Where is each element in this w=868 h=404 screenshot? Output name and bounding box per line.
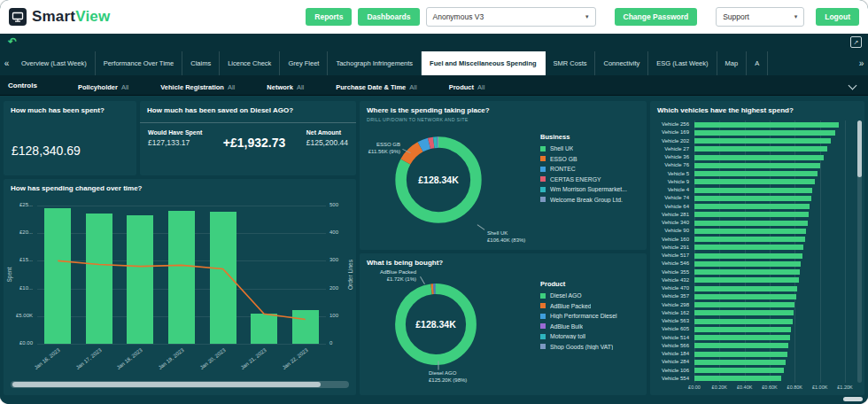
y-axis-tick: £0.00 — [4, 340, 33, 346]
donut-slice-diesel-ago[interactable] — [400, 289, 471, 360]
spend-bar-vehicle-605[interactable] — [694, 327, 791, 332]
tab-claims[interactable]: Claims — [182, 51, 220, 75]
y2-axis-tick: 500 — [329, 202, 353, 207]
x-axis-tick: £0.40K — [737, 385, 752, 390]
dashboard-select[interactable]: Anonymous V3 ▾ — [426, 7, 596, 27]
dashboard-h-scrollbar[interactable] — [843, 397, 863, 401]
legend-item-shell-uk[interactable]: Shell UK — [540, 145, 641, 152]
spend-bar-vehicle-566[interactable] — [694, 343, 788, 348]
spend-bar-vehicle-90[interactable] — [694, 229, 806, 234]
filter-purchase-date-time[interactable]: Purchase Date & TimeAll — [336, 77, 416, 93]
spend-bar-vehicle-162[interactable] — [694, 310, 794, 315]
vehicle-row: Vehicle 4 — [650, 186, 854, 194]
y-axis-tick: £10... — [4, 285, 33, 291]
net-amount-value: £125,200.44 — [306, 138, 348, 147]
tab-a[interactable]: A — [747, 51, 768, 75]
spend-bar-vehicle-169[interactable] — [694, 130, 835, 136]
spend-bar-vehicle-357[interactable] — [694, 294, 796, 299]
vehicle-label: Vehicle 298 — [650, 301, 689, 309]
spend-bar-vehicle-355[interactable] — [694, 269, 800, 275]
scrollbar-thumb[interactable] — [857, 120, 862, 177]
monitor-logo-icon — [9, 8, 27, 26]
spend-bar-vehicle-202[interactable] — [694, 138, 831, 144]
spend-bar-vehicle-256[interactable] — [694, 122, 839, 128]
expand-icon[interactable]: ↗ — [850, 36, 862, 48]
tab-grey-fleet[interactable]: Grey Fleet — [280, 51, 328, 75]
spend-bar-vehicle-563[interactable] — [694, 319, 793, 324]
legend-item-adblue-packed[interactable]: AdBlue Packed — [540, 303, 641, 309]
legend-item-diesel-ago[interactable]: Diesel AGO — [540, 292, 641, 299]
tabs-scroll-right-icon[interactable]: » — [855, 51, 868, 75]
legend-item-shop-goods-high-vat[interactable]: Shop Goods (high VAT) — [540, 344, 641, 350]
filter-network[interactable]: NetworkAll — [267, 77, 304, 93]
spend-bar-vehicle-27[interactable] — [694, 146, 827, 152]
spend-bar-vehicle-517[interactable] — [694, 253, 802, 259]
logout-button[interactable]: Logout — [816, 8, 859, 26]
spend-bar-vehicle-432[interactable] — [694, 277, 799, 283]
filter-vehicle-registration[interactable]: Vehicle RegistrationAll — [160, 77, 235, 93]
legend-item-esso-gb[interactable]: ESSO GB — [540, 156, 641, 162]
vehicle-row: Vehicle 605 — [650, 325, 854, 333]
filter-product[interactable]: ProductAll — [449, 77, 485, 93]
reports-button[interactable]: Reports — [306, 8, 352, 26]
legend-label: Welcome Break Group Ltd. — [550, 197, 623, 203]
dashboards-button[interactable]: Dashboards — [358, 8, 419, 26]
tab-esg-last-week[interactable]: ESG (Last Week) — [648, 51, 717, 75]
business-donut-chart[interactable] — [391, 133, 485, 227]
spend-bar-vehicle-64[interactable] — [694, 204, 810, 209]
tab-smr-costs[interactable]: SMR Costs — [546, 51, 596, 75]
spend-bar-vehicle-106[interactable] — [694, 368, 784, 373]
spend-bar-vehicle-281[interactable] — [694, 212, 809, 217]
vehicle-row: Vehicle 546 — [650, 260, 854, 268]
spend-bar-vehicle-554[interactable] — [694, 376, 781, 381]
legend-item-wm-morrison-supermarket[interactable]: Wm Morrison Supermarket... — [540, 186, 641, 192]
vehicle-label: Vehicle 9 — [650, 178, 689, 186]
legend-item-rontec[interactable]: RONTEC — [540, 166, 641, 172]
vehicle-rows[interactable]: Vehicle 256Vehicle 169Vehicle 202Vehicle… — [650, 120, 864, 383]
tab-fuel-and-miscellaneous-spending[interactable]: Fuel and Miscellaneous Spending — [422, 51, 545, 75]
tab-licence-check[interactable]: Licence Check — [220, 51, 280, 75]
legend-item-adblue-bulk[interactable]: AdBlue Bulk — [540, 323, 641, 330]
product-donut-chart[interactable] — [391, 280, 480, 369]
spend-bar-vehicle-546[interactable] — [694, 261, 801, 267]
change-password-button[interactable]: Change Password — [615, 8, 698, 26]
tabs-scroll-left-icon[interactable]: « — [0, 51, 13, 75]
legend-item-motorway-toll[interactable]: Motorway toll — [540, 333, 641, 339]
spend-bar-vehicle-470[interactable] — [694, 286, 797, 291]
vehicle-row: Vehicle 160 — [650, 236, 854, 244]
smartview-app: SmartView Reports Dashboards Anonymous V… — [0, 0, 868, 404]
tab-overview-last-week[interactable]: Overview (Last Week) — [13, 51, 96, 75]
vehicle-label: Vehicle 546 — [650, 260, 689, 268]
legend-item-welcome-break-group-ltd[interactable]: Welcome Break Group Ltd. — [540, 197, 641, 203]
spend-bar-vehicle-36[interactable] — [694, 155, 824, 160]
spend-bar-vehicle-184[interactable] — [694, 352, 787, 357]
tab-tachograph-infringements[interactable]: Tachograph Infringements — [328, 51, 422, 75]
spend-bar-vehicle-340[interactable] — [694, 221, 808, 226]
legend-item-high-performance-diesel[interactable]: High Performance Diesel — [540, 313, 641, 319]
products-panel: What is being bought? £128.34K AdBlue Pa… — [360, 253, 647, 395]
tab-map[interactable]: Map — [717, 51, 748, 75]
time-chart-scrollbar[interactable] — [11, 381, 349, 388]
undo-icon[interactable]: ↶ — [8, 35, 17, 48]
spend-bar-vehicle-298[interactable] — [694, 302, 794, 307]
time-chart-plot[interactable] — [37, 206, 326, 344]
spend-bar-vehicle-291[interactable] — [694, 245, 803, 250]
spend-bar-vehicle-74[interactable] — [694, 196, 811, 201]
vehicle-label: Vehicle 284 — [650, 358, 689, 366]
spend-bar-vehicle-160[interactable] — [694, 237, 805, 242]
legend-item-certas-energy[interactable]: CERTAS ENERGY — [540, 176, 641, 183]
spend-bar-vehicle-284[interactable] — [694, 360, 786, 365]
tab-connectivity[interactable]: Connectivity — [595, 51, 648, 75]
spend-bar-vehicle-4[interactable] — [694, 188, 812, 193]
support-select[interactable]: Support ▾ — [716, 7, 804, 27]
collapse-controls-icon[interactable] — [849, 81, 857, 89]
spend-bar-vehicle-5[interactable] — [694, 171, 818, 176]
spend-bar-vehicle-76[interactable] — [694, 163, 820, 168]
scrollbar-thumb[interactable] — [12, 382, 321, 387]
tab-performance-over-time[interactable]: Performance Over Time — [96, 51, 183, 75]
spend-bar-vehicle-9[interactable] — [694, 179, 815, 184]
filter-policyholder[interactable]: PolicyholderAll — [78, 77, 128, 93]
vehicle-chart-scrollbar[interactable] — [857, 120, 862, 383]
legend-label: Shop Goods (high VAT) — [550, 344, 613, 350]
spend-bar-vehicle-514[interactable] — [694, 335, 790, 340]
